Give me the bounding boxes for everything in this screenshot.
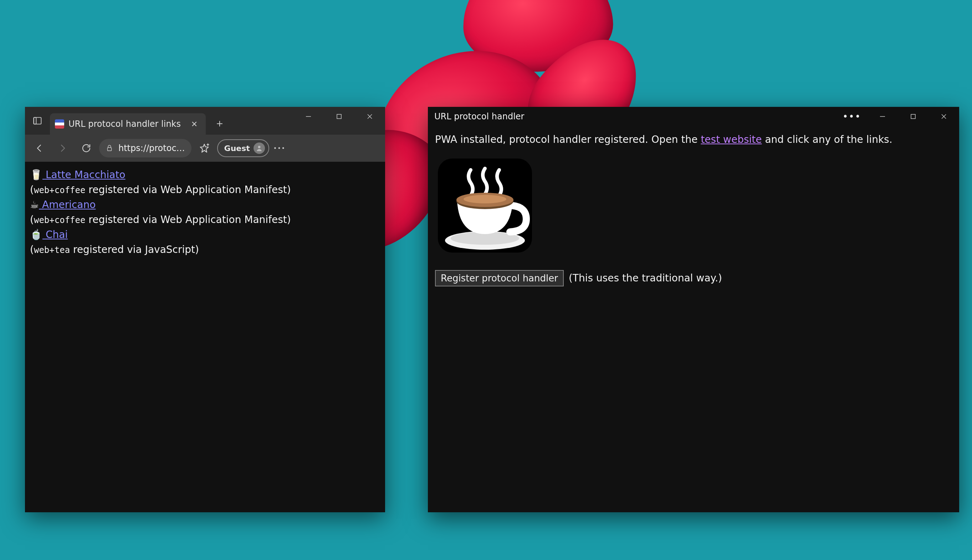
drink-emoji: 🥛 — [30, 169, 42, 181]
minimize-button[interactable] — [293, 107, 324, 126]
link-americano[interactable]: Americano — [39, 199, 95, 210]
svg-point-10 — [258, 146, 261, 148]
close-window-button[interactable] — [355, 107, 385, 126]
link-chai[interactable]: Chai — [42, 229, 68, 240]
detail-text: (web+coffee registered via Web Applicati… — [30, 184, 291, 195]
list-item: 🍵 Chai (web+tea registered via JavaScrip… — [30, 227, 380, 257]
browser-window: URL protocol handler links ✕ ＋ https://p… — [25, 107, 385, 512]
drink-emoji: ☕ — [30, 199, 39, 210]
new-tab-button[interactable]: ＋ — [211, 114, 229, 132]
svg-rect-3 — [337, 114, 341, 118]
link-latte-macchiato[interactable]: Latte Macchiato — [42, 169, 125, 181]
minimize-button[interactable] — [867, 107, 898, 126]
app-titlebar[interactable]: URL protocol handler ••• — [428, 107, 959, 126]
svg-rect-1 — [34, 118, 36, 124]
status-text: PWA installed, protocol handler register… — [435, 133, 952, 147]
maximize-button[interactable] — [324, 107, 355, 126]
close-window-button[interactable] — [929, 107, 959, 126]
vertical-tabs-icon[interactable] — [25, 107, 50, 135]
app-more-menu-button[interactable]: ••• — [844, 107, 860, 126]
favicon-icon — [55, 119, 64, 128]
drink-emoji: 🍵 — [30, 229, 42, 240]
coffee-cup-icon — [435, 156, 535, 260]
favorites-button[interactable] — [194, 139, 215, 157]
svg-rect-12 — [911, 114, 915, 118]
link-test-website[interactable]: test website — [701, 133, 762, 145]
browser-tab[interactable]: URL protocol handler links ✕ — [50, 113, 206, 135]
svg-rect-0 — [34, 118, 41, 124]
browser-titlebar[interactable]: URL protocol handler links ✕ ＋ — [25, 107, 385, 135]
app-content: PWA installed, protocol handler register… — [428, 126, 959, 512]
refresh-button[interactable] — [75, 139, 97, 157]
svg-point-20 — [463, 195, 506, 203]
more-menu-button[interactable]: ••• — [271, 145, 288, 152]
maximize-button[interactable] — [898, 107, 929, 126]
profile-label: Guest — [224, 144, 250, 153]
browser-page-content: 🥛 Latte Macchiato (web+coffee registered… — [25, 162, 385, 512]
detail-text: (web+coffee registered via Web Applicati… — [30, 214, 291, 225]
app-title: URL protocol handler — [434, 112, 524, 122]
address-text: https://protoc… — [119, 143, 185, 153]
address-bar[interactable]: https://protoc… — [99, 139, 191, 157]
app-window: URL protocol handler ••• PWA installed, … — [428, 107, 959, 512]
back-button[interactable] — [28, 139, 50, 157]
forward-button[interactable] — [52, 139, 74, 157]
profile-button[interactable]: Guest — [217, 139, 269, 157]
avatar-icon — [254, 142, 265, 154]
app-window-controls: ••• — [844, 107, 959, 126]
svg-rect-6 — [108, 147, 112, 151]
browser-window-controls — [293, 107, 385, 126]
list-item: 🥛 Latte Macchiato (web+coffee registered… — [30, 167, 380, 197]
button-note: (This uses the traditional way.) — [569, 271, 722, 286]
list-item: ☕ Americano (web+coffee registered via W… — [30, 197, 380, 227]
tab-title: URL protocol handler links — [69, 119, 181, 129]
svg-marker-7 — [200, 144, 208, 152]
close-tab-icon[interactable]: ✕ — [188, 118, 201, 130]
detail-text: (web+tea registered via JavaScript) — [30, 244, 199, 255]
register-protocol-handler-button[interactable]: Register protocol handler — [435, 270, 564, 287]
browser-toolbar: https://protoc… Guest ••• — [25, 135, 385, 162]
